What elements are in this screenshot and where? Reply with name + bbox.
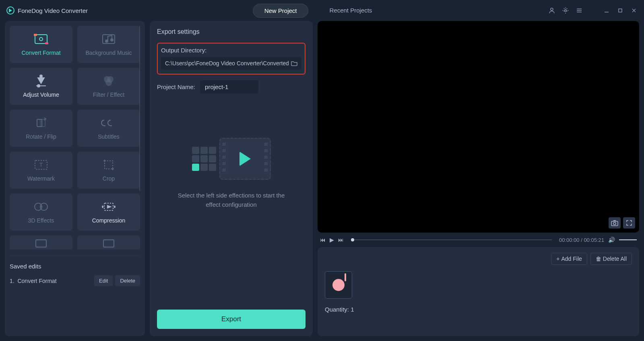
tool-label: Rotate / Flip [26, 133, 56, 140]
maximize-icon[interactable] [617, 7, 624, 14]
snapshot-icon[interactable] [609, 217, 621, 229]
extra1-icon [33, 237, 50, 250]
svg-text:T: T [39, 162, 43, 168]
tool-convert-format[interactable]: Convert Format [10, 26, 72, 63]
tools-grid: Convert FormatBackground MusicAdjust Vol… [10, 26, 140, 250]
volume-slider[interactable] [619, 239, 637, 240]
watermark-icon: T [33, 158, 50, 171]
svg-rect-32 [36, 240, 46, 247]
fullscreen-icon[interactable] [623, 217, 635, 229]
menu-icon[interactable] [576, 7, 583, 14]
svg-rect-12 [45, 42, 48, 44]
svg-point-15 [111, 39, 113, 41]
convert-format-icon [33, 33, 50, 46]
svg-marker-31 [107, 206, 111, 208]
extra2-icon [100, 237, 117, 250]
placeholder-graphic [192, 138, 271, 180]
svg-point-21 [105, 79, 112, 86]
play-icon[interactable]: ▶ [330, 237, 334, 243]
account-icon[interactable] [548, 7, 555, 14]
sidebar: Convert FormatBackground MusicAdjust Vol… [5, 21, 145, 336]
main-tabs: New Project Recent Projects [253, 4, 384, 18]
export-button[interactable]: Export [157, 310, 305, 329]
file-thumbnail[interactable] [325, 271, 352, 299]
add-file-button[interactable]: +Add File [551, 253, 587, 265]
svg-point-35 [613, 222, 616, 225]
svg-rect-23 [40, 119, 45, 127]
tool-rotate-flip[interactable]: Rotate / Flip [10, 110, 72, 147]
compression-icon [100, 200, 117, 213]
tool-compression[interactable]: Compression [77, 193, 140, 231]
tool-filter-effect[interactable]: Filter / Effect [77, 68, 140, 105]
prev-icon[interactable]: ⏮ [320, 237, 326, 243]
file-gallery: +Add File 🗑Delete All Quantity: 1 [318, 247, 639, 336]
tab-new-project[interactable]: New Project [253, 4, 309, 18]
svg-point-10 [39, 37, 43, 41]
output-path-text: C:\Users\pc\FoneDog Video Converter\Conv… [165, 60, 289, 67]
project-name-input[interactable] [200, 80, 258, 94]
project-name-label: Project Name: [157, 83, 195, 90]
background-music-icon [100, 33, 117, 46]
output-directory-field[interactable]: C:\Users\pc\FoneDog Video Converter\Conv… [161, 57, 301, 70]
edit-button[interactable]: Edit [94, 275, 113, 286]
logo-icon [6, 6, 14, 15]
app-logo: FoneDog Video Converter [6, 6, 88, 15]
svg-point-0 [551, 8, 553, 10]
svg-point-16 [40, 75, 42, 77]
video-preview[interactable] [318, 21, 639, 233]
output-directory-label: Output Directory: [161, 47, 301, 54]
tool-adjust-volume[interactable]: Adjust Volume [10, 68, 72, 105]
export-panel: Export settings Output Directory: C:\Use… [150, 21, 313, 336]
svg-rect-34 [611, 221, 618, 226]
saved-edit-row: 1. Convert Format Edit Delete [10, 275, 140, 286]
minimize-icon[interactable] [603, 7, 610, 14]
titlebar: FoneDog Video Converter New Project Rece… [0, 0, 644, 21]
3d-effects-icon [33, 200, 50, 213]
titlebar-actions [548, 7, 638, 14]
delete-all-button[interactable]: 🗑Delete All [590, 253, 632, 265]
tool-label: Filter / Effect [93, 91, 124, 98]
adjust-volume-icon [33, 75, 50, 87]
delete-button[interactable]: Delete [115, 275, 140, 286]
svg-rect-26 [105, 161, 113, 169]
subtitles-icon [100, 116, 117, 129]
svg-point-18 [37, 85, 40, 87]
tool-label: Compression [92, 217, 125, 224]
volume-icon[interactable]: 🔊 [608, 237, 615, 243]
player-controls: ⏮ ▶ ⏭ 00:00:00 / 00:05:21 🔊 [318, 237, 639, 243]
tool-subtitles[interactable]: Subtitles [77, 110, 140, 147]
tool-label: Convert Format [21, 50, 60, 56]
tool-extra2[interactable] [77, 235, 140, 250]
tool-background-music[interactable]: Background Music [77, 26, 140, 63]
output-directory-box: Output Directory: C:\Users\pc\FoneDog Vi… [157, 43, 305, 75]
music-note-icon [332, 279, 345, 291]
tab-recent-projects[interactable]: Recent Projects [318, 4, 383, 18]
crop-icon [100, 158, 117, 171]
tool-label: Background Music [85, 50, 132, 56]
tool-crop[interactable]: Crop [77, 152, 140, 189]
scrollbar[interactable] [139, 26, 140, 191]
svg-rect-6 [619, 9, 622, 12]
timeline-slider[interactable] [351, 239, 552, 240]
thumbnail-row [325, 271, 632, 299]
browse-folder-icon[interactable] [291, 60, 297, 66]
saved-edit-label: 1. Convert Format [10, 278, 57, 284]
tool-label: Subtitles [98, 133, 120, 140]
tool-3d-effects[interactable]: 3D Effects [10, 193, 72, 231]
tool-watermark[interactable]: TWatermark [10, 152, 72, 189]
time-display: 00:00:00 / 00:05:21 [559, 237, 604, 243]
tool-label: 3D Effects [28, 217, 54, 224]
tool-label: Crop [103, 175, 115, 182]
saved-edits-section: Saved edits 1. Convert Format Edit Delet… [10, 255, 140, 286]
tool-extra1[interactable] [10, 235, 72, 250]
svg-rect-33 [103, 240, 114, 247]
app-title: FoneDog Video Converter [18, 7, 88, 14]
placeholder-area: Select the left side effections to start… [157, 106, 305, 310]
placeholder-text: Select the left side effections to start… [171, 191, 292, 209]
settings-icon[interactable] [562, 7, 569, 14]
svg-rect-9 [35, 35, 47, 44]
svg-rect-22 [37, 119, 42, 127]
project-name-row: Project Name: [157, 80, 305, 94]
close-icon[interactable] [630, 7, 638, 14]
next-icon[interactable]: ⏭ [338, 237, 344, 243]
